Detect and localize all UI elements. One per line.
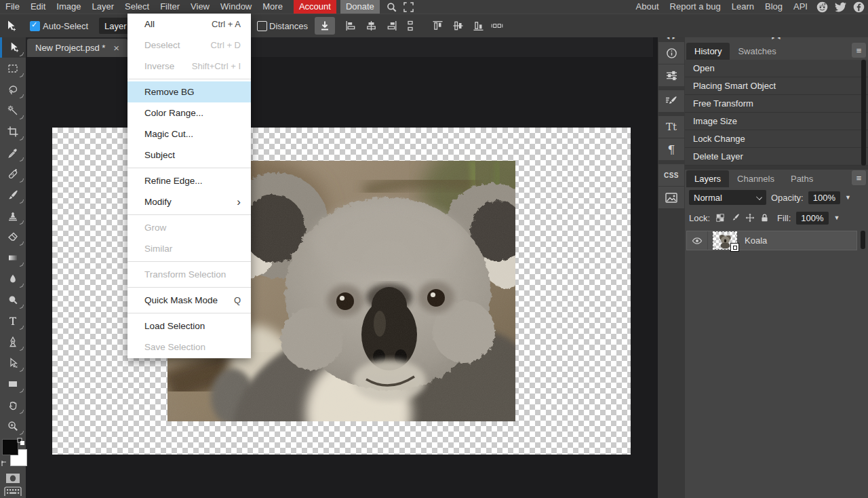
align-right-icon[interactable] [385, 14, 397, 37]
search-icon[interactable] [387, 2, 397, 12]
menu-image[interactable]: Image [51, 0, 86, 14]
align-top-icon[interactable] [431, 14, 443, 37]
menu-view[interactable]: View [185, 0, 215, 14]
menu-item-load-selection[interactable]: Load Selection [127, 315, 251, 337]
align-left-icon[interactable] [344, 14, 357, 37]
menu-item-subject[interactable]: Subject [127, 145, 251, 166]
tab-channels[interactable]: Channels [729, 170, 783, 187]
fill-value[interactable]: 100% [796, 212, 828, 225]
menu-edit[interactable]: Edit [25, 0, 51, 14]
type-tool[interactable] [0, 310, 26, 331]
fullscreen-icon[interactable] [403, 2, 414, 12]
pen-tool[interactable] [0, 331, 26, 352]
zoom-tool[interactable] [0, 415, 26, 436]
link-api[interactable]: API [788, 0, 813, 14]
menu-filter[interactable]: Filter [155, 0, 185, 14]
rectangle-select-tool[interactable] [0, 58, 26, 79]
account-button[interactable]: Account [294, 0, 336, 14]
history-item[interactable]: Free Transform [685, 95, 868, 113]
menu-item-refine-edge[interactable]: Refine Edge... [127, 170, 251, 191]
menu-select[interactable]: Select [119, 0, 155, 14]
tab-paths[interactable]: Paths [783, 170, 821, 187]
blur-tool[interactable] [0, 268, 26, 289]
reddit-icon[interactable] [816, 1, 828, 13]
brush-settings-panel-icon[interactable] [658, 90, 684, 112]
clone-stamp-tool[interactable] [0, 205, 26, 226]
paragraph-panel-icon[interactable]: ¶ [658, 138, 684, 160]
document-tab[interactable]: New Project.psd * × [27, 39, 127, 57]
quick-mask-button[interactable] [0, 470, 26, 486]
link-blog[interactable]: Blog [760, 0, 788, 14]
opacity-value[interactable]: 100% [808, 191, 840, 204]
align-center-horizontal-icon[interactable] [365, 14, 377, 37]
color-swatches[interactable] [0, 438, 26, 470]
layers-scrollbar[interactable] [861, 231, 865, 249]
spot-healing-tool[interactable] [0, 163, 26, 184]
image-panel-icon[interactable] [658, 187, 684, 208]
properties-panel-icon[interactable] [658, 64, 684, 86]
hand-tool[interactable] [0, 394, 26, 415]
lock-transparency-icon[interactable] [715, 213, 725, 223]
lasso-select-tool[interactable] [0, 79, 26, 100]
menu-item-color-range[interactable]: Color Range... [127, 102, 251, 123]
align-middle-vertical-icon[interactable] [452, 14, 464, 37]
menu-layer[interactable]: Layer [87, 0, 120, 14]
character-panel-icon[interactable]: Tt [658, 116, 684, 138]
blend-mode-select[interactable]: Normal [689, 190, 766, 205]
menu-item-quick-mask-mode[interactable]: Quick Mask Mode Q [127, 290, 251, 311]
foreground-color[interactable] [2, 439, 18, 455]
link-about[interactable]: About [631, 0, 665, 14]
path-select-tool[interactable] [0, 352, 26, 373]
history-item[interactable]: Image Size [685, 113, 868, 130]
twitter-icon[interactable] [835, 1, 846, 13]
layer-name[interactable]: Koala [745, 235, 767, 246]
move-tool[interactable] [0, 37, 26, 58]
tab-swatches[interactable]: Swatches [730, 43, 784, 60]
lock-all-icon[interactable] [760, 213, 769, 223]
history-scrollbar[interactable] [861, 60, 866, 166]
rectangle-shape-tool[interactable] [0, 373, 26, 394]
align-bottom-icon[interactable] [472, 14, 484, 37]
tab-layers[interactable]: Layers [686, 170, 729, 187]
dodge-tool[interactable] [0, 289, 26, 310]
link-report-a-bug[interactable]: Report a bug [665, 0, 726, 14]
layers-panel-menu-button[interactable]: ≡ [852, 170, 866, 185]
distribute-horizontal-icon[interactable] [491, 14, 503, 37]
menu-window[interactable]: Window [215, 0, 257, 14]
crop-tool[interactable] [0, 121, 26, 142]
fill-dropdown-icon[interactable]: ▼ [834, 214, 840, 221]
menu-item-modify[interactable]: Modify › [127, 191, 251, 212]
swap-colors-icon[interactable] [17, 438, 25, 446]
history-item[interactable]: Open [685, 60, 868, 77]
workspace[interactable] [26, 57, 653, 498]
eraser-tool[interactable] [0, 226, 26, 247]
lock-position-icon[interactable] [745, 213, 755, 223]
menu-item-remove-bg[interactable]: Remove BG [127, 81, 251, 102]
eyedropper-tool[interactable] [0, 142, 26, 163]
menu-file[interactable]: File [0, 0, 25, 14]
donate-button[interactable]: Donate [340, 0, 380, 14]
facebook-icon[interactable] [853, 1, 865, 13]
layer-row-koala[interactable]: Koala [686, 231, 857, 250]
history-item[interactable]: Lock Change [685, 130, 868, 148]
lock-pixels-icon[interactable] [730, 213, 740, 223]
keyboard-shortcuts-icon[interactable] [0, 486, 26, 497]
history-panel-menu-button[interactable]: ≡ [852, 43, 866, 58]
tab-history[interactable]: History [686, 43, 730, 60]
brush-tool[interactable] [0, 184, 26, 205]
gradient-tool[interactable] [0, 247, 26, 268]
menu-item-magic-cut[interactable]: Magic Cut... [127, 123, 251, 145]
opacity-dropdown-icon[interactable]: ▼ [845, 194, 851, 201]
menu-more[interactable]: More [257, 0, 288, 14]
menu-item-all[interactable]: All Ctrl + A [127, 14, 251, 35]
layer-visibility-toggle[interactable] [687, 231, 708, 250]
link-learn[interactable]: Learn [726, 0, 760, 14]
align-to-canvas-button[interactable] [315, 14, 335, 37]
history-item[interactable]: Delete Layer [685, 148, 868, 166]
distribute-vertical-icon[interactable] [404, 14, 416, 37]
css-panel-icon[interactable]: CSS [658, 164, 684, 186]
reset-colors-icon[interactable] [1, 460, 8, 467]
close-tab-icon[interactable]: × [113, 43, 119, 53]
history-item[interactable]: Placing Smart Object [685, 77, 868, 95]
info-panel-icon[interactable] [658, 42, 684, 64]
